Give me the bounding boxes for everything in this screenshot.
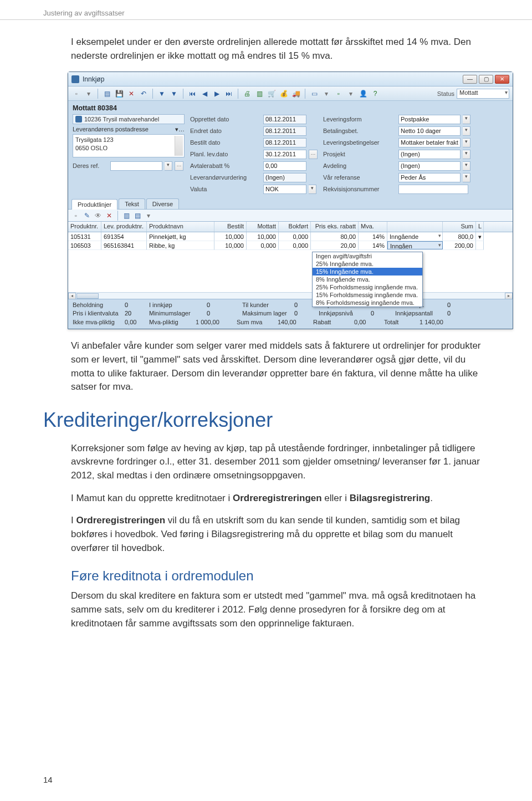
deres-ref-label: Deres ref. xyxy=(73,162,108,169)
truck-icon[interactable]: 🚚 xyxy=(291,89,301,99)
tab-produktlinjer[interactable]: Produktlinjer xyxy=(71,199,117,210)
dd3-icon[interactable]: ▾ xyxy=(346,89,356,99)
first-icon[interactable]: ⏮ xyxy=(187,89,197,99)
view-line-icon[interactable]: 👁 xyxy=(94,211,103,220)
grid-row[interactable]: 105131 691354 Pinnekjøtt, kg 10,000 10,0… xyxy=(68,232,513,241)
mva-option[interactable]: 25% Inngående mva. xyxy=(313,260,422,268)
new-line-icon[interactable]: ▫ xyxy=(71,211,80,220)
card-icon[interactable]: ▤ xyxy=(133,211,142,220)
col-bokfort[interactable]: Bokført xyxy=(279,222,311,232)
dd-line-icon[interactable]: ▾ xyxy=(144,211,153,220)
maximize-button[interactable]: ▢ xyxy=(479,75,493,84)
grid-row[interactable]: 106503 965163841 Ribbe, kg 10,000 0,000 … xyxy=(68,241,513,250)
field-label: Leveringsbetingelser xyxy=(323,139,380,146)
dropdown-icon[interactable]: ▾ xyxy=(463,115,470,124)
mva-option[interactable]: 8% Forholdsmessig inngående mva. xyxy=(313,299,422,307)
tab-diverse[interactable]: Diverse xyxy=(146,198,179,209)
dropdown-icon[interactable]: ▾ xyxy=(463,138,470,147)
col-pris[interactable]: Pris eks. rabatt xyxy=(311,222,359,232)
avdeling-select[interactable]: (Ingen) xyxy=(398,161,461,171)
mva-option-selected[interactable]: 15% Inngående mva. xyxy=(313,268,422,275)
col-bestilt[interactable]: Bestilt xyxy=(214,222,247,232)
doc-icon[interactable]: ▫ xyxy=(334,89,344,99)
dropdown-icon[interactable]: ▾ xyxy=(463,150,470,159)
money-icon[interactable]: 💰 xyxy=(279,89,289,99)
mva-option[interactable]: 8% Inngående mva. xyxy=(313,275,422,283)
scroll-left-button[interactable]: ◂ xyxy=(68,293,76,299)
deres-ref-input[interactable] xyxy=(110,161,162,171)
address-lookup-button[interactable]: … xyxy=(178,126,185,133)
mva-dropdown-menu[interactable]: Ingen avgift/avgiftsfri 25% Inngående mv… xyxy=(312,252,423,307)
opprettet-dato: 08.12.2011 xyxy=(263,115,306,124)
help-icon[interactable]: ? xyxy=(370,89,380,99)
delete-icon[interactable]: ✕ xyxy=(126,89,136,99)
supplier-icon xyxy=(75,116,82,123)
dropdown-icon[interactable]: ▾ xyxy=(309,185,316,194)
book-icon[interactable]: ▭ xyxy=(309,89,319,99)
dropdown-icon[interactable]: ▾ xyxy=(463,161,470,171)
valuta-input[interactable]: NOK xyxy=(263,185,306,194)
mva-cell-selected[interactable]: Inngåen xyxy=(387,241,443,249)
filter2-icon[interactable]: ▼ xyxy=(169,89,179,99)
tab-tekst[interactable]: Tekst xyxy=(119,198,145,209)
close-button[interactable]: ✕ xyxy=(495,75,509,84)
dropdown-icon[interactable]: ▾ xyxy=(463,173,470,182)
dropdown-icon[interactable]: ▾ xyxy=(84,89,94,99)
paragraph-3: I Ordreregistreringen vil du få en utskr… xyxy=(71,514,483,555)
print-icon[interactable]: 🖨 xyxy=(242,89,252,99)
field-label: Rekvisisjonsnummer xyxy=(323,186,379,192)
col-mottatt[interactable]: Mottatt xyxy=(247,222,279,232)
scroll-thumb[interactable] xyxy=(76,293,99,299)
leveringsbet-select[interactable]: Mottaker betaler frakt xyxy=(398,138,461,147)
col-mva2[interactable] xyxy=(387,222,443,232)
chart-icon[interactable]: ▥ xyxy=(254,89,264,99)
dropdown-icon[interactable]: ▾ xyxy=(463,126,470,136)
col-mva[interactable]: Mva. xyxy=(359,222,387,232)
last-icon[interactable]: ⏭ xyxy=(224,89,234,99)
copy-icon[interactable]: ▥ xyxy=(122,211,131,220)
undo-icon[interactable]: ↶ xyxy=(139,89,149,99)
deres-ref-lookup[interactable]: … xyxy=(175,161,183,171)
tab-row: Produktlinjer Tekst Diverse xyxy=(68,198,513,210)
leveringsform-select[interactable]: Postpakke xyxy=(398,115,461,124)
mva-option[interactable]: Ingen avgift/avgiftsfri xyxy=(313,252,422,260)
edit-line-icon[interactable]: ✎ xyxy=(83,211,91,220)
prosjekt-select[interactable]: (Ingen) xyxy=(398,150,461,159)
bestilt-dato: 08.12.2011 xyxy=(263,138,306,147)
col-produktnavn[interactable]: Produktnavn xyxy=(147,222,214,232)
address-type-select[interactable]: Leverandørens postadresse xyxy=(73,126,175,133)
dd2-icon[interactable]: ▾ xyxy=(321,89,331,99)
mva-cell[interactable]: Inngående xyxy=(387,232,443,241)
betalingsbet-select[interactable]: Netto 10 dager xyxy=(398,126,461,136)
supplier-button[interactable]: 10236 Trysil matvarehandel xyxy=(73,114,185,124)
order-title: Mottatt 80384 xyxy=(73,104,508,112)
page-number: 14 xyxy=(43,775,53,784)
col-sum[interactable]: Sum xyxy=(443,222,476,232)
delete-line-icon[interactable]: ✕ xyxy=(105,211,114,220)
planl-lev-dato-input[interactable]: 30.12.2011 xyxy=(263,150,306,159)
cart-icon[interactable]: 🛒 xyxy=(267,89,277,99)
intro-paragraph: I eksempelet under er den øverste ordrel… xyxy=(71,35,483,63)
new-icon[interactable]: ▫ xyxy=(71,89,81,99)
address-textarea[interactable]: Trysilgata 123 0650 OSLO xyxy=(73,134,185,157)
filter-icon[interactable]: ▼ xyxy=(157,89,167,99)
next-icon[interactable]: ▶ xyxy=(212,89,222,99)
varreferanse-select[interactable]: Peder Ås xyxy=(398,173,461,182)
status-select[interactable]: Mottatt xyxy=(457,89,509,99)
person-icon[interactable]: 👤 xyxy=(358,89,368,99)
dropdown-icon[interactable]: ▾ xyxy=(165,161,172,171)
mva-option[interactable]: 15% Forholdsmessig inngående mva. xyxy=(313,291,422,299)
endret-dato: 08.12.2011 xyxy=(263,126,306,136)
col-l[interactable]: L xyxy=(476,222,484,232)
date-picker-button[interactable]: … xyxy=(309,150,318,159)
scroll-right-button[interactable]: ▸ xyxy=(505,293,513,299)
list-icon[interactable]: ▤ xyxy=(102,89,112,99)
prev-icon[interactable]: ◀ xyxy=(200,89,209,99)
mva-option[interactable]: 25% Forholdsmessig inngående mva. xyxy=(313,283,422,291)
col-produktnr[interactable]: Produktnr. xyxy=(68,222,101,232)
save-icon[interactable]: 💾 xyxy=(114,89,124,99)
minimize-button[interactable]: — xyxy=(463,75,477,84)
avtalerabatt-input[interactable]: 0,00 xyxy=(263,161,306,171)
rekvisisjon-input[interactable] xyxy=(398,185,468,194)
col-levproduktnr[interactable]: Lev. produktnr. xyxy=(101,222,147,232)
